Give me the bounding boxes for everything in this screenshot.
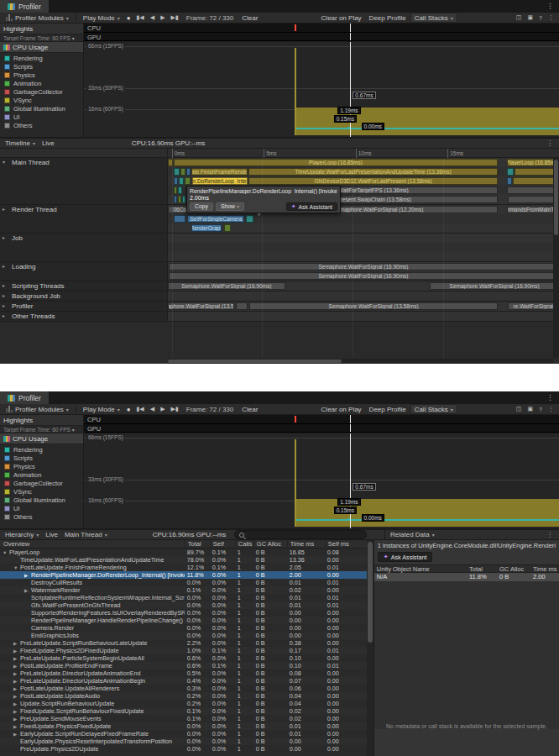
hierarchy-row[interactable]: ▶FixedUpdate.PhysicsFixedUpdate0.0%0.0%1…: [0, 722, 367, 730]
toolbar-menu-icon[interactable]: ⋮: [546, 13, 556, 23]
hierarchy-row[interactable]: ▶PreLateUpdate.ParticleSystemBeginUpdate…: [0, 654, 367, 662]
hierarchy-row[interactable]: ▼PlayerLoop89.7%0.1%10 B16.850.08: [0, 549, 367, 556]
timeline-bar[interactable]: PlayerLoop (16.85ms): [174, 159, 499, 166]
legend-item-rendering[interactable]: Rendering: [0, 445, 83, 454]
hierarchy-row[interactable]: ▶PreLateUpdate.DirectorUpdateAnimationBe…: [0, 677, 367, 685]
track-header[interactable]: ▸Other Threads: [0, 312, 168, 321]
hierarchy-row[interactable]: ▶PostLateUpdate.ProfilerEndFrame0.6%0.1%…: [0, 662, 367, 669]
timeline-bar[interactable]: RenderPipelineManager.DoRenderLoop_Inter…: [192, 177, 247, 185]
timeline-bar[interactable]: [179, 177, 184, 185]
column-header-self[interactable]: Self: [210, 540, 235, 549]
copy-button[interactable]: Copy: [190, 202, 213, 211]
column-header-object-name[interactable]: Unity Object Name: [374, 565, 467, 573]
hierarchy-row[interactable]: Gfx.WaitForPresentOnGfxThread0.0%0.0%10 …: [0, 601, 367, 609]
column-header-time-ms[interactable]: Time ms: [287, 540, 325, 549]
foldout-arrow-icon[interactable]: ▾: [3, 159, 5, 165]
module-cpu-usage[interactable]: CPU Usage: [0, 433, 83, 444]
hierarchy-row[interactable]: Camera.Render0.0%0.0%10 B0.000.00: [0, 624, 367, 632]
timeline-bar[interactable]: Semaphore.WaitForSignal (13.58ms): [168, 302, 234, 310]
timeline-bar[interactable]: PostLateUpdate.FinishFrameRendering (2.0…: [191, 168, 247, 176]
grid-icon[interactable]: ▣: [525, 13, 535, 23]
timeline-bar[interactable]: Semaphore.WaitForSignal (16.90ms): [169, 263, 557, 270]
track-header[interactable]: ▸Render Thread: [0, 205, 168, 233]
profiler-modules-dropdown[interactable]: Profiler Modules ▾: [3, 404, 72, 414]
timeline-bar[interactable]: [508, 196, 559, 203]
timeline-bar[interactable]: GfxDeviceD3D12.WaitForLastPresent (13.58…: [248, 177, 498, 185]
window-menu-icon[interactable]: ⋮: [541, 0, 559, 13]
play-mode-dropdown[interactable]: Play Mode ▾: [80, 404, 123, 414]
tree-arrow-icon[interactable]: ▶: [24, 587, 31, 594]
timeline-bar[interactable]: [178, 196, 181, 203]
legend-item-global-illumination[interactable]: Global Illumination: [0, 496, 83, 504]
foldout-arrow-icon[interactable]: ▸: [3, 312, 5, 318]
legend-item-others[interactable]: Others: [0, 512, 83, 521]
hierarchy-row[interactable]: EarlyUpdate.PhysicsResetInterpolatedTran…: [0, 738, 367, 745]
column-header-overview[interactable]: Overview: [0, 540, 185, 549]
column-header-self-ms[interactable]: Self ms: [325, 540, 367, 549]
tree-arrow-icon[interactable]: ▶: [13, 648, 20, 654]
hierarchy-row[interactable]: ▶FixedUpdate.Physics2DFixedUpdate1.0%0.1…: [0, 647, 367, 654]
clear-button[interactable]: Clear: [238, 13, 261, 23]
tree-arrow-icon[interactable]: ▶: [13, 701, 20, 707]
last-frame-button[interactable]: ▶▮: [169, 404, 181, 414]
legend-item-animation[interactable]: Animation: [0, 470, 83, 479]
timeline-bar[interactable]: [174, 177, 178, 185]
view-mode-dropdown[interactable]: Timeline ▾: [2, 139, 39, 149]
tree-arrow-icon[interactable]: ▶: [13, 663, 20, 669]
legend-item-physics[interactable]: Physics: [0, 71, 83, 79]
timeline-bar[interactable]: [174, 168, 180, 176]
clear-on-play-toggle[interactable]: Clear on Play: [318, 404, 365, 414]
profiler-tab[interactable]: Profiler: [0, 391, 49, 404]
legend-item-scripts[interactable]: Scripts: [0, 62, 83, 71]
tree-arrow-icon[interactable]: ▶: [13, 716, 20, 722]
hierarchy-row[interactable]: ▼PostLateUpdate.FinishFrameRendering12.1…: [0, 564, 367, 571]
timeline-bar[interactable]: [186, 168, 191, 176]
legend-item-physics[interactable]: Physics: [0, 462, 83, 470]
legend-item-animation[interactable]: Animation: [0, 79, 83, 87]
tree-arrow-icon[interactable]: ▶: [13, 670, 20, 677]
foldout-arrow-icon[interactable]: ▸: [3, 292, 5, 298]
timeline-bar[interactable]: [507, 168, 514, 176]
related-data-dropdown[interactable]: Related Data ▾: [387, 530, 438, 540]
related-row[interactable]: N/A11.8%0 B2.00: [374, 573, 559, 581]
prev-frame-button[interactable]: ◀: [148, 13, 157, 23]
legend-item-garbagecollector[interactable]: GarbageCollector: [0, 479, 83, 487]
tree-arrow-icon[interactable]: ▼: [3, 549, 9, 556]
column-header-calls[interactable]: Calls: [235, 540, 253, 549]
ask-assistant-button[interactable]: ✦ Ask Assistant: [286, 202, 337, 211]
timeline-bar[interactable]: [174, 196, 177, 203]
tree-arrow-icon[interactable]: ▶: [13, 655, 20, 662]
live-toggle[interactable]: Live: [42, 530, 61, 540]
timeline-bar[interactable]: Semaphore.WaitForSignal (16.90ms): [430, 282, 559, 290]
cpu-usage-chart[interactable]: 66ms (15FPS) 33ms (30FPS) 16ms (60FPS) 0…: [84, 433, 559, 528]
horizontal-scrollbar[interactable]: [168, 359, 553, 364]
timeline-bar[interactable]: [246, 215, 253, 223]
help-icon[interactable]: ?: [536, 13, 545, 23]
toolbar-menu-icon[interactable]: ⋮: [546, 404, 556, 414]
record-button[interactable]: ●: [124, 13, 133, 23]
deep-profile-toggle[interactable]: Deep Profile: [366, 13, 410, 23]
timeline-bar[interactable]: TimeUpdate.WaitForLastPresentationAndUpd…: [248, 168, 498, 176]
hierarchy-row[interactable]: ScriptableRuntimeReflectionSystemWrapper…: [0, 594, 367, 601]
timeline-bar[interactable]: re.WaitForSignal: [508, 302, 559, 310]
track-header[interactable]: ▸Loading: [0, 262, 168, 281]
tree-arrow-icon[interactable]: ▶: [13, 640, 20, 647]
column-header-total[interactable]: Total: [467, 565, 497, 573]
prev-frame-button[interactable]: ◀: [148, 404, 157, 414]
module-cpu-usage[interactable]: CPU Usage: [0, 42, 83, 53]
timeline-bar[interactable]: Semaphore.WaitForSignal (13.58ms): [249, 302, 498, 310]
hierarchy-row[interactable]: SupportedRenderingFeatures.IsUIOverlayRe…: [0, 609, 367, 617]
legend-item-ui[interactable]: UI: [0, 504, 83, 512]
track-header[interactable]: ▸Scripting Threads: [0, 281, 168, 291]
target-frame-time-dropdown[interactable]: Target Frame Time: 60 FPS ▾: [0, 426, 83, 433]
column-header-time-ms[interactable]: Time ms: [530, 565, 559, 573]
tree-arrow-icon[interactable]: ▶: [13, 685, 20, 692]
show-dropdown[interactable]: Show ▾: [216, 202, 244, 211]
grid-icon[interactable]: ▣: [525, 404, 535, 414]
hierarchy-row[interactable]: ▶RenderPipelineManager.DoRenderLoop_Inte…: [0, 571, 367, 579]
legend-item-rendering[interactable]: Rendering: [0, 54, 83, 62]
legend-item-garbagecollector[interactable]: GarbageCollector: [0, 87, 83, 96]
hierarchy-row[interactable]: ▶PostLateUpdate.UpdateAudio0.2%0.0%10 B0…: [0, 692, 367, 700]
tree-arrow-icon[interactable]: ▶: [24, 572, 31, 579]
profiler-modules-dropdown[interactable]: Profiler Modules ▾: [3, 13, 72, 23]
